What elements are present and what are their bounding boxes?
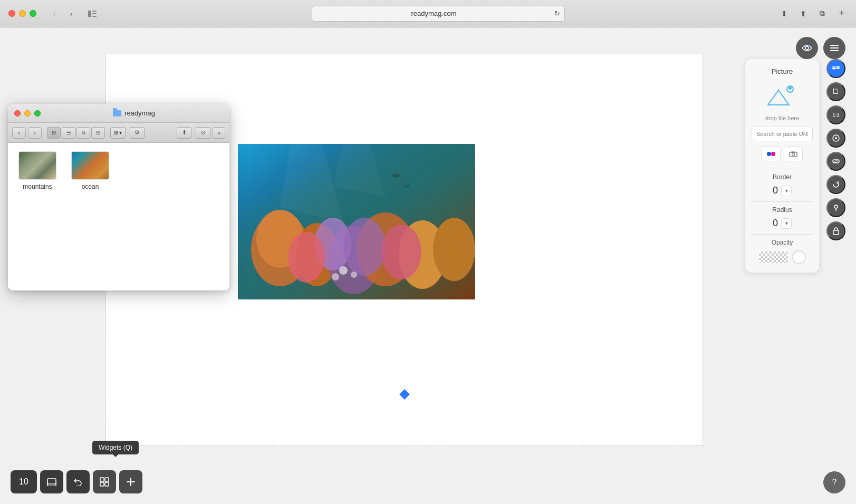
- layer-button[interactable]: [40, 470, 63, 493]
- browser-chrome: ‹ › readymag.com ↻ ⬇ ⬆ ⧉ +: [0, 0, 856, 27]
- ocean-thumb-image: [72, 152, 109, 179]
- link-button[interactable]: [826, 152, 845, 171]
- panel-divider-3: [752, 234, 813, 235]
- finder-maximize-button[interactable]: [34, 110, 41, 117]
- minimize-button[interactable]: [19, 10, 26, 17]
- address-bar-container: readymag.com ↻: [106, 6, 771, 22]
- finder-view-buttons: ⊞ ☰ ⧉ ⊟: [47, 127, 105, 139]
- svg-point-31: [767, 152, 771, 156]
- equalizer-tool-button[interactable]: [826, 59, 845, 78]
- top-right-controls: [796, 37, 845, 59]
- traffic-lights: [8, 10, 36, 17]
- svg-rect-43: [47, 479, 56, 484]
- mountains-label: mountains: [23, 183, 52, 190]
- finder-arrange-button[interactable]: ⊞ ▾: [110, 127, 126, 139]
- arrange-chevron: ▾: [119, 130, 122, 135]
- svg-rect-41: [833, 230, 839, 235]
- ocean-label: ocean: [82, 183, 99, 190]
- radius-stepper[interactable]: ▾: [781, 218, 792, 229]
- flickr-button[interactable]: [762, 147, 781, 161]
- finder-traffic-lights: [14, 110, 41, 117]
- widgets-button[interactable]: [93, 470, 116, 493]
- add-button[interactable]: [119, 470, 142, 493]
- svg-point-33: [792, 153, 795, 156]
- picture-icon: [764, 82, 801, 111]
- crop-tool-button[interactable]: [826, 82, 845, 101]
- panel-divider-1: [752, 169, 813, 169]
- finder-title: readymag: [45, 109, 223, 117]
- svg-point-14: [343, 218, 386, 276]
- search-url-input[interactable]: [752, 127, 813, 141]
- svg-point-12: [433, 218, 475, 281]
- svg-point-32: [771, 152, 775, 156]
- finder-more-button[interactable]: »: [213, 127, 225, 139]
- ocean-thumbnail: [71, 151, 109, 180]
- help-button[interactable]: ?: [823, 471, 845, 493]
- finder-minimize-button[interactable]: [24, 110, 31, 117]
- finder-forward-button[interactable]: ›: [28, 127, 42, 139]
- mountains-thumb-image: [19, 152, 56, 179]
- finder-share-button[interactable]: ⬆: [177, 127, 191, 139]
- svg-rect-1: [92, 11, 97, 12]
- preview-button[interactable]: [796, 37, 818, 59]
- finder-icon-view-button[interactable]: ⊞: [47, 127, 61, 139]
- widgets-tooltip: Widgets (Q): [92, 441, 139, 454]
- finder-gallery-view-button[interactable]: ⊟: [91, 127, 105, 139]
- opacity-label: Opacity: [752, 239, 813, 246]
- svg-rect-45: [105, 478, 109, 481]
- radius-label: Radius: [752, 206, 813, 214]
- source-buttons: [752, 147, 813, 161]
- svg-point-20: [392, 173, 400, 178]
- maximize-button[interactable]: [30, 10, 36, 17]
- menu-button[interactable]: [823, 37, 845, 59]
- right-panel: Picture drop file here: [745, 59, 819, 273]
- paint-button[interactable]: [826, 129, 845, 148]
- close-button[interactable]: [8, 10, 15, 17]
- rotate-button[interactable]: [826, 175, 845, 194]
- nav-buttons: ‹ ›: [47, 6, 79, 21]
- opacity-gradient: [759, 251, 788, 263]
- page-number[interactable]: 10: [11, 470, 37, 493]
- duplicate-tab-icon[interactable]: ⧉: [815, 6, 830, 21]
- svg-point-15: [381, 225, 421, 279]
- finder-action-button[interactable]: ⚙: [130, 127, 145, 139]
- finder-window-title: readymag: [124, 109, 155, 117]
- browser-actions: ⬇ ⬆ ⧉: [777, 6, 830, 21]
- sidebar-toggle-button[interactable]: [85, 6, 100, 21]
- address-bar[interactable]: readymag.com ↻: [312, 6, 565, 22]
- share-icon[interactable]: ⬆: [796, 6, 811, 21]
- finder-close-button[interactable]: [14, 110, 21, 117]
- ocean-image-on-canvas[interactable]: [238, 144, 475, 299]
- svg-point-39: [835, 137, 837, 139]
- border-stepper[interactable]: ▾: [781, 186, 792, 196]
- finder-list-view-button[interactable]: ☰: [62, 127, 75, 139]
- pin-button[interactable]: [826, 198, 845, 217]
- svg-rect-47: [105, 482, 109, 486]
- finder-titlebar: readymag: [8, 104, 229, 123]
- forward-button[interactable]: ›: [64, 6, 79, 21]
- mountains-thumbnail: [18, 151, 56, 180]
- svg-rect-27: [830, 47, 839, 49]
- svg-rect-2: [92, 13, 97, 14]
- back-button[interactable]: ‹: [47, 6, 62, 21]
- lock-button[interactable]: [826, 221, 845, 240]
- border-value: 0: [773, 185, 778, 196]
- finder-item-mountains[interactable]: mountains: [16, 151, 59, 190]
- finder-back-button[interactable]: ‹: [12, 127, 26, 139]
- finder-column-view-button[interactable]: ⧉: [76, 127, 90, 139]
- camera-button[interactable]: [784, 147, 803, 161]
- finder-item-ocean[interactable]: ocean: [69, 151, 111, 190]
- download-icon[interactable]: ⬇: [777, 6, 792, 21]
- svg-rect-3: [92, 16, 97, 17]
- svg-point-30: [788, 86, 792, 90]
- drop-file-label: drop file here: [752, 115, 813, 121]
- tooltip-text: Widgets (Q): [99, 444, 132, 451]
- opacity-circle[interactable]: [792, 250, 806, 264]
- svg-rect-44: [100, 478, 104, 481]
- reload-icon[interactable]: ↻: [554, 9, 560, 17]
- undo-redo-button[interactable]: [66, 470, 90, 493]
- onetoone-button[interactable]: 1:1: [826, 105, 845, 124]
- finder-tag-button[interactable]: ⊙: [196, 127, 210, 139]
- add-tab-button[interactable]: +: [836, 8, 848, 20]
- center-diamond-handle[interactable]: [399, 389, 410, 400]
